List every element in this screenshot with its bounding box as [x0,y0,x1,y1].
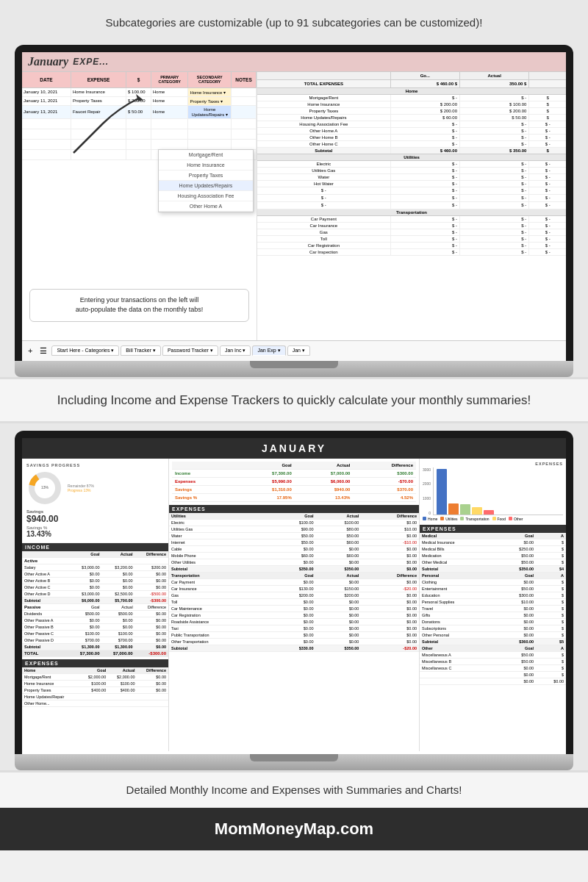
subtotal-row: Subtotal$6,000.00$5,700.00-$300.00 [22,597,168,603]
savings-progress-label: SAVINGS PROGRESS [26,463,164,467]
table-row: Other Passive A$0.00$0.00$0.00 [22,617,168,623]
legend-transportation-dot [460,517,464,520]
row-label: Other Home B [257,135,391,140]
tab-jan-inc[interactable]: Jan Inc ▾ [220,345,251,356]
summary-col-actual: Actual [460,72,529,79]
home-section-header: Home [257,88,566,95]
table-row: Other Home C $ - $ - $ - [257,141,566,148]
row-label: Property Taxes [257,108,391,114]
row-diff: $ - [529,141,566,147]
bar-chart-container: 3000 2000 1000 0 [423,467,563,515]
table-row: Car Payment$0.00$0.00$0.00 [169,578,419,585]
other-sub-header: Other Goal A [420,645,566,651]
dropdown-item[interactable]: Home Insurance [159,160,253,171]
primary-cell: Home [151,88,188,96]
savings-donut-row: 13% Remainder 87% Progress 13% [26,470,164,506]
expe-title: EXPE... [73,57,109,67]
medical-header: Medical Goal A [420,533,566,539]
table-row: Other Home... [22,700,168,706]
row-diff: $ [529,115,566,121]
table-row: Electric$100.00$100.00$0.00 [169,519,419,526]
savings-row-actual: $940.00 [295,485,354,493]
table-row: Water$50.00$50.00$0.00 [169,532,419,539]
tab-bar: + ☰ Start Here - Categories ▾ Bill Track… [22,340,566,361]
tab-start-here[interactable]: Start Here - Categories ▾ [51,345,119,356]
row-goal: $ 60.00 [391,115,460,121]
top-annotation: Subcategories are customizable (up to 91… [15,7,573,39]
savings-details: Remainder 87% Progress 13% [68,484,94,492]
notes-cell [232,97,257,105]
exp-diff-header: Difference [137,667,168,674]
table-row: Other Home B $ - $ - $ - [257,135,566,141]
savings-row-label: Savings [172,485,236,493]
table-row: Car Inspection $ - $ - $ - [257,249,566,256]
table-row [22,129,257,140]
expenses-center-table: Utilities Goal Actual Difference Electri… [169,513,419,652]
summary-header-row: Goal Actual Difference [172,462,416,470]
row-goal: $ 200.00 [391,101,460,107]
laptop-base-bottom [15,754,573,770]
table-row: Other Active A$0.00$0.00$0.00 [22,570,168,577]
tab-jan-exp[interactable]: Jan Exp ▾ [252,345,285,356]
dropdown-item[interactable]: Other Home A [159,201,253,212]
table-row: Cable$0.00$0.00$0.00 [169,545,419,552]
summary-expenses-row: Expenses $5,990.00 $6,060.00 -$70.00 [172,477,416,485]
dropdown-item[interactable]: Housing Association Fee [159,191,253,201]
dropdown-item-selected[interactable]: Home Updates/Repairs [159,181,253,191]
row-label: Toll [257,236,391,242]
row-goal: $ - [391,135,460,140]
summary-header: Go... Actual [257,72,566,80]
tab-password-tracker[interactable]: Password Tracker ▾ [162,345,218,356]
secondary-category-dropdown[interactable]: Mortgage/Rent Home Insurance Property Ta… [158,149,254,212]
expense-header: EXPENSE [71,72,126,87]
add-tab-button[interactable]: + [25,345,35,356]
income-label: Income [172,469,236,477]
subtotal-row: Subtotal $ 460.00 $ 350.00 $ [257,148,566,154]
table-row: Property Taxes$400.00$400.00$0.00 [22,686,168,693]
summary-section: Goal Actual Difference Income $7 [169,459,419,505]
legend-other-dot [509,517,512,520]
table-row: Mortgage/Rent $ - $ - $ [257,95,566,101]
row-label: Water [257,174,391,180]
active-actual [102,557,135,564]
active-goal [68,557,101,564]
dropdown-item[interactable]: Property Taxes [159,171,253,181]
row-goal: $ - [391,243,460,248]
notes-cell [232,106,257,118]
row-actual: $ - [460,128,529,134]
date-header: DATE [22,72,71,87]
transport-section-header: Transportation [257,209,566,216]
table-row: Home Insurance $ 200.00 $ 100.00 $ [257,101,566,108]
tab-list-button[interactable]: ☰ [37,345,50,357]
table-row: Subscriptions$0.00$ [420,625,566,631]
dollar-header: $ [126,72,151,87]
row-diff: $ - [529,168,566,173]
table-row: Other Passive B$0.00$0.00$0.00 [22,623,168,630]
dropdown-item[interactable]: Mortgage/Rent [159,150,253,160]
table-row: Roadside Assistance$0.00$0.00$0.00 [169,618,419,625]
table-row: Other Transportation$0.00$0.00$0.00 [169,638,419,645]
row-label: Car Payment [257,216,391,222]
summary-income-row: Income $7,300.00 $7,000.00 $300.00 [172,469,416,477]
amount-cell: $ 200.00 [126,97,151,105]
date-cell: January 10, 2021 [22,88,71,96]
table-row: Mortgage/Rent$2,000.00$2,000.00$0.00 [22,673,168,680]
tab-bill-tracker[interactable]: Bill Tracker ▾ [121,345,161,356]
row-goal: $ - [391,128,460,134]
table-row: Other Passive C$100.00$100.00$0.00 [22,630,168,637]
expenses-label: Expenses [172,477,236,485]
legend-other-label: Other [514,517,523,521]
row-diff: $ - [529,243,566,248]
table-row: Car Registration$0.00$0.00$0.00 [169,612,419,618]
table-row: Education$300.00$ [420,592,566,598]
subtotal-row: Subtotal$330.00$350.00-$20.00 [169,645,419,651]
table-row: Miscellaneous A$50.00$ [420,651,566,658]
row-goal: $ - [391,236,460,242]
table-row: Gas $ - $ - $ - [257,229,566,236]
subtotal-row: Subtotal$350.00$4 [420,565,566,572]
tab-jan[interactable]: Jan ▾ [287,345,310,356]
row-label: Utilities Gas [257,168,391,173]
medical-label-header: Medical [420,533,497,539]
row-diff: $ - [529,223,566,229]
table-row: Car Maintenance$0.00$0.00$0.00 [169,605,419,612]
